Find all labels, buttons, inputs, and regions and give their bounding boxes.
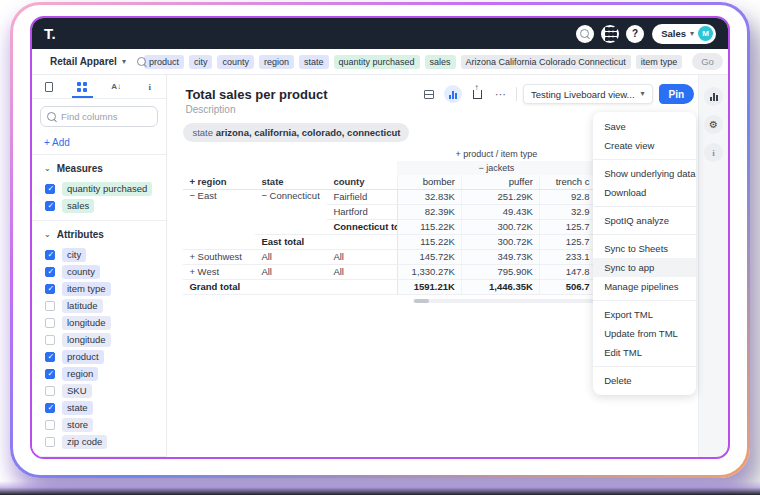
find-columns-input[interactable] <box>61 111 146 122</box>
column-subgroup-header[interactable]: − jackets <box>397 161 595 175</box>
table-view-icon[interactable] <box>420 85 438 103</box>
column-item[interactable]: item type <box>32 280 166 297</box>
filter-chip[interactable]: state arizona, california, colorado, con… <box>183 123 409 142</box>
checkbox-unchecked-icon[interactable] <box>45 386 55 396</box>
row-header[interactable]: − East <box>183 189 255 249</box>
row-header[interactable]: All <box>255 249 327 264</box>
help-icon[interactable]: ? <box>626 25 644 43</box>
checkbox-checked-icon[interactable] <box>45 284 55 294</box>
find-columns-field[interactable] <box>40 106 158 127</box>
row-header[interactable]: All <box>327 264 397 279</box>
row-header[interactable]: All <box>255 264 327 279</box>
scrollbar-thumb[interactable] <box>414 299 429 303</box>
menu-item-save[interactable]: Save <box>593 117 696 136</box>
tab-columns-icon[interactable] <box>66 75 100 98</box>
checkbox-unchecked-icon[interactable] <box>45 318 55 328</box>
menu-item-sync-to-app[interactable]: Sync to app <box>593 258 696 277</box>
share-icon[interactable] <box>468 85 486 103</box>
menu-item-update-from-tml[interactable]: Update from TML <box>593 324 696 343</box>
column-item[interactable]: latitude <box>32 297 166 314</box>
column-item[interactable]: sales <box>32 197 166 214</box>
checkbox-unchecked-icon[interactable] <box>45 335 55 345</box>
tab-saved-icon[interactable] <box>32 75 66 98</box>
column-item[interactable]: state <box>32 399 166 416</box>
gear-icon[interactable]: ⚙ <box>704 115 723 134</box>
search-token[interactable]: county <box>217 55 254 69</box>
column-header[interactable]: puffer <box>461 175 539 189</box>
column-item[interactable]: county <box>32 263 166 280</box>
column-item[interactable]: region <box>32 365 166 382</box>
horizontal-scrollbar[interactable] <box>413 299 595 303</box>
measures-section-header[interactable]: ⌄ Measures <box>32 155 166 180</box>
column-header[interactable]: county <box>327 175 397 189</box>
description-link[interactable]: Description <box>185 104 235 115</box>
menu-item-manage-pipelines[interactable]: Manage pipelines <box>593 277 696 296</box>
column-header[interactable]: trench c <box>539 175 595 189</box>
column-item[interactable]: city <box>32 246 166 263</box>
menu-item-export-tml[interactable]: Export TML <box>593 305 696 324</box>
column-item[interactable]: longitude <box>32 314 166 331</box>
row-header[interactable]: All <box>327 249 397 264</box>
more-options-icon[interactable]: ⋯ <box>492 85 510 103</box>
search-token[interactable]: sales <box>425 55 456 69</box>
checkbox-checked-icon[interactable] <box>45 352 55 362</box>
search-token[interactable]: city <box>189 55 213 69</box>
column-item[interactable]: zip code <box>32 433 166 450</box>
menu-item-delete[interactable]: Delete <box>593 371 696 390</box>
column-header[interactable]: state <box>255 175 327 189</box>
menu-item-show-underlying-data[interactable]: Show underlying data <box>593 164 696 183</box>
search-token[interactable]: Arizona California Colorado Connecticut <box>461 55 631 69</box>
row-header[interactable]: − Connecticut <box>255 189 327 234</box>
checkbox-checked-icon[interactable] <box>45 267 55 277</box>
subtotal-row-header[interactable]: Connecticut total <box>327 219 397 234</box>
checkbox-checked-icon[interactable] <box>45 369 55 379</box>
column-header[interactable]: + region <box>183 175 255 189</box>
row-header[interactable]: Hartford <box>327 204 397 219</box>
liveboard-view-selector[interactable]: Testing Liveboard view... ▾ <box>523 84 653 104</box>
menu-item-edit-tml[interactable]: Edit TML <box>593 343 696 362</box>
row-header[interactable]: Fairfield <box>327 189 397 204</box>
dates-section-header[interactable]: ⌄ Dates <box>32 457 166 459</box>
search-token[interactable]: product <box>144 55 184 69</box>
apps-grid-icon[interactable] <box>601 25 619 43</box>
attributes-section-header[interactable]: ⌄ Attributes <box>32 221 166 246</box>
row-header[interactable]: + West <box>183 264 255 279</box>
add-column-link[interactable]: + Add <box>44 137 70 148</box>
column-item[interactable]: quantity purchased <box>32 180 166 197</box>
chart-insights-icon[interactable] <box>704 87 723 106</box>
subtotal-row-header[interactable]: East total <box>255 234 397 249</box>
column-item[interactable]: SKU <box>32 382 166 399</box>
go-button[interactable]: Go <box>692 53 723 70</box>
row-header[interactable]: + Southwest <box>183 249 255 264</box>
info-icon[interactable]: i <box>704 143 723 162</box>
checkbox-checked-icon[interactable] <box>45 403 55 413</box>
search-token[interactable]: item type <box>636 55 683 69</box>
avatar[interactable]: M <box>698 26 713 41</box>
column-item[interactable]: store <box>32 416 166 433</box>
column-item[interactable]: product <box>32 348 166 365</box>
checkbox-unchecked-icon[interactable] <box>45 437 55 447</box>
search-icon[interactable] <box>576 25 594 43</box>
menu-item-spotiq-analyze[interactable]: SpotIQ analyze <box>593 211 696 230</box>
menu-item-download[interactable]: Download <box>593 183 696 202</box>
search-token[interactable]: quantity purchased <box>334 55 420 69</box>
pin-button[interactable]: Pin <box>659 84 695 104</box>
column-item[interactable]: longitude <box>32 331 166 348</box>
tab-info-icon[interactable]: i <box>133 75 167 98</box>
tab-sort-az-icon[interactable]: A↓ <box>99 75 133 98</box>
menu-item-create-view[interactable]: Create view <box>593 136 696 155</box>
checkbox-unchecked-icon[interactable] <box>45 301 55 311</box>
checkbox-checked-icon[interactable] <box>45 184 55 194</box>
data-source-selector[interactable]: Retail Apparel <box>50 56 117 67</box>
chart-view-icon[interactable] <box>444 85 462 103</box>
column-group-header[interactable]: + product / item type <box>397 147 595 161</box>
search-token[interactable]: region <box>259 55 294 69</box>
checkbox-unchecked-icon[interactable] <box>45 420 55 430</box>
user-menu-button[interactable]: Sales ▾ M <box>652 24 716 44</box>
checkbox-checked-icon[interactable] <box>45 201 55 211</box>
search-token[interactable]: state <box>299 55 329 69</box>
menu-item-sync-to-sheets[interactable]: Sync to Sheets <box>593 239 696 258</box>
checkbox-checked-icon[interactable] <box>45 250 55 260</box>
thoughtspot-logo[interactable]: T. <box>44 25 56 42</box>
column-header[interactable]: bomber <box>397 175 461 189</box>
